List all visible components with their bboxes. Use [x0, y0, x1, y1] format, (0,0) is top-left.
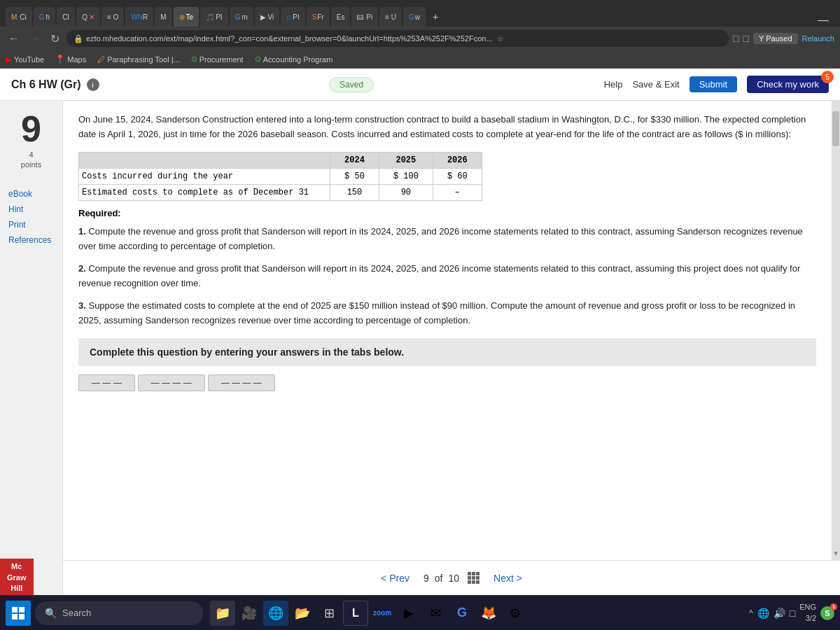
taskbar-video[interactable]: 🎥 — [237, 601, 262, 626]
nav-forward[interactable]: → — [27, 32, 43, 45]
bookmark-youtube[interactable]: ▶ YouTube — [6, 55, 44, 64]
browser-tab-w[interactable]: G w — [403, 7, 426, 27]
taskbar: 🔍 Search 📁 🎥 🌐 📂 ⊞ L zoom ▶ ✉ — [0, 595, 840, 630]
taskbar-gear[interactable]: ⚙ — [503, 601, 528, 626]
sidebar-link-ebook[interactable]: eBook — [0, 187, 62, 201]
address-actions: □ □ Y Paused Relaunch — [733, 33, 834, 44]
check-badge: 5 — [821, 71, 834, 83]
browser-tab-o[interactable]: ≡ O — [102, 7, 124, 27]
sidebar-links: eBook Hint Print References — [0, 187, 62, 247]
nav-refresh[interactable]: ↻ — [48, 32, 62, 46]
tray-battery[interactable]: □ — [790, 608, 795, 619]
question-number: 9 — [21, 111, 41, 147]
main-content: On June 15, 2024, Sanderson Construction… — [63, 101, 832, 560]
svg-rect-0 — [12, 607, 18, 612]
start-button[interactable] — [6, 601, 31, 626]
new-tab-button[interactable]: + — [427, 7, 444, 27]
req-item-3: 3. Suppose the estimated costs to comple… — [78, 298, 816, 328]
date-display: 3/2 — [799, 613, 816, 624]
svg-rect-2 — [12, 614, 18, 620]
scroll-thumb[interactable] — [832, 111, 839, 146]
browser-tab-q[interactable]: Q ✕ — [76, 7, 100, 27]
address-bar[interactable]: 🔒 ezto.mheducation.com/ext/map/index.htm… — [66, 30, 729, 47]
check-work-btn[interactable]: Check my work 5 — [747, 76, 829, 93]
scroll-down-arrow[interactable]: ▼ — [832, 550, 839, 557]
browser-tab-u[interactable]: ≡ U — [379, 7, 402, 27]
sidebar-link-hint[interactable]: Hint — [0, 202, 62, 216]
app-title: Ch 6 HW (Gr) — [11, 78, 81, 91]
taskbar-icons-group: 📁 🎥 🌐 📂 ⊞ L zoom ▶ ✉ G 🦊 — [210, 601, 528, 626]
page-info: 9 of 10 — [424, 572, 479, 584]
svg-rect-1 — [19, 607, 24, 612]
browser-tab-es[interactable]: Es — [331, 7, 351, 27]
taskbar-edge[interactable]: 🌐 — [263, 601, 288, 626]
bookmark-procurement[interactable]: ⊙ Procurement — [191, 55, 244, 64]
bookmark-accounting[interactable]: ⊙ Accounting Program — [255, 55, 333, 64]
paused-btn[interactable]: Y Paused — [753, 33, 798, 44]
taskbar-mail[interactable]: ✉ — [423, 601, 448, 626]
search-bar[interactable]: 🔍 Search — [35, 601, 203, 625]
tray-s-badge[interactable]: S1 — [820, 606, 834, 620]
scrollbar[interactable]: ▼ — [832, 101, 840, 560]
taskbar-l-icon[interactable]: L — [343, 601, 368, 626]
windows-icon — [11, 606, 25, 620]
bookmark-paraphrasing[interactable]: 🖊 Paraphrasing Tool |... — [97, 55, 180, 64]
taskbar-folder-yellow[interactable]: 📂 — [290, 601, 315, 626]
search-icon: 🔍 — [45, 608, 57, 619]
address-text: ezto.mheducation.com/ext/map/index.html?… — [86, 34, 493, 43]
search-input-label: Search — [62, 608, 91, 618]
browser-tab-google[interactable]: G h — [34, 7, 55, 27]
tray-network[interactable]: 🌐 — [757, 608, 769, 619]
help-btn[interactable]: Help — [604, 79, 623, 90]
saved-badge: Saved — [329, 77, 374, 92]
nav-back[interactable]: ← — [6, 32, 22, 45]
sidebar-link-references[interactable]: References — [0, 233, 62, 247]
browser-tab-pl2[interactable]: ⊙ PI — [281, 7, 304, 27]
grid-icon[interactable] — [468, 572, 479, 584]
tray-chevron[interactable]: ^ — [749, 608, 753, 618]
browser-tab-m[interactable]: M — [155, 7, 172, 27]
taskbar-g[interactable]: G — [449, 601, 475, 626]
points-label: 4points — [21, 150, 41, 170]
prev-btn[interactable]: < Prev — [381, 573, 410, 584]
browser-tab-gm[interactable]: G m — [230, 7, 253, 27]
sidebar: 9 4points eBook Hint Print References — [0, 101, 63, 595]
relaunch-btn[interactable]: Relaunch — [802, 34, 834, 43]
req-item-1: 1. Compute the revenue and gross profit … — [78, 224, 816, 254]
browser-tab-vi[interactable]: ▶ Vi — [255, 7, 280, 27]
taskbar-play[interactable]: ▶ — [396, 601, 421, 626]
main-area: 9 4points eBook Hint Print References On… — [0, 101, 840, 595]
taskbar-firefox[interactable]: 🦊 — [476, 601, 501, 626]
submit-btn[interactable]: Submit — [690, 76, 737, 92]
browser-tab-r[interactable]: WN R — [125, 7, 153, 27]
sidebar-link-print[interactable]: Print — [0, 218, 62, 232]
data-table: 2024 2025 2026 Costs incurred during the… — [78, 152, 482, 201]
browser-tab-pi2[interactable]: 🖂 Pi — [351, 7, 378, 27]
window-minimize[interactable]: — — [812, 14, 834, 27]
browser-tab-pl[interactable]: 🎵 PI — [200, 7, 227, 27]
complete-instruction: Complete this question by entering your … — [78, 338, 816, 366]
browser-tab-ci[interactable]: CI — [57, 7, 75, 27]
requirements-list: 1. Compute the revenue and gross profit … — [78, 224, 816, 328]
clock-display[interactable]: ENG 3/2 — [799, 602, 816, 624]
tab-1[interactable]: — — — — [78, 374, 135, 391]
required-label: Required: — [78, 208, 816, 218]
browser-tab[interactable]: M Ci — [6, 7, 32, 27]
pagination: McGrawHill < Prev 9 of 10 — [63, 560, 840, 595]
address-bar-row: ← → ↻ 🔒 ezto.mheducation.com/ext/map/ind… — [0, 27, 840, 50]
taskbar-file-explorer[interactable]: 📁 — [210, 601, 235, 626]
bookmark-maps[interactable]: 📍 Maps — [55, 55, 86, 64]
browser-tab-fr[interactable]: S Fr — [307, 7, 330, 27]
tab-3[interactable]: — — — — — [208, 374, 275, 391]
save-exit-btn[interactable]: Save & Exit — [632, 79, 679, 90]
question-body: On June 15, 2024, Sanderson Construction… — [78, 112, 816, 142]
next-btn[interactable]: Next > — [493, 573, 522, 584]
info-icon[interactable]: i — [87, 78, 99, 91]
tab-2[interactable]: — — — — — [138, 374, 205, 391]
total-pages: 10 — [448, 573, 459, 584]
tray-volume[interactable]: 🔊 — [774, 608, 785, 619]
taskbar-zoom[interactable]: zoom — [370, 601, 395, 626]
taskbar-windows-grid[interactable]: ⊞ — [316, 601, 342, 626]
browser-tab-te[interactable]: ⊕ Te — [174, 7, 200, 27]
browser-chrome: M Ci G h CI Q ✕ ≡ O WN R M ⊕ Te 🎵 PI G m… — [0, 0, 840, 27]
